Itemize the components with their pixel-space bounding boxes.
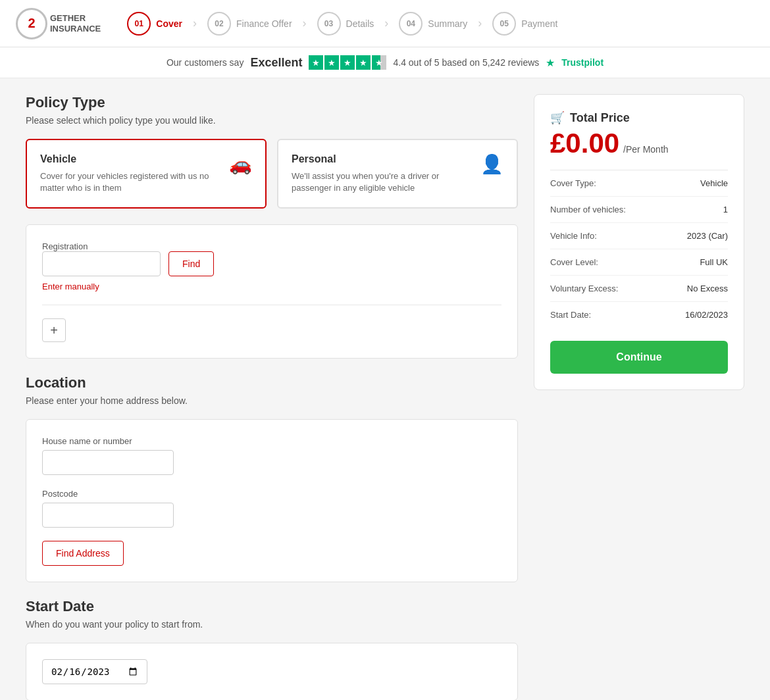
- summary-row-cover-level: Cover Level: Full UK: [550, 249, 728, 276]
- step-1[interactable]: 01 Cover: [127, 12, 182, 36]
- policy-card-vehicle-content: Vehicle Cover for your vehicles register…: [40, 153, 221, 194]
- postcode-field-group: Postcode: [42, 488, 501, 528]
- policy-card-personal-desc: We'll assist you when you're a driver or…: [292, 170, 473, 194]
- summary-value-start-date: 16/02/2023: [685, 310, 728, 320]
- trustpilot-prefix: Our customers say: [167, 57, 244, 68]
- logo: 2 GETHER INSURANCE: [16, 8, 101, 39]
- location-form: House name or number Postcode Find Addre…: [26, 419, 518, 582]
- step-4-label: Summary: [428, 18, 467, 29]
- registration-input[interactable]: [42, 251, 161, 276]
- registration-label: Registration: [42, 241, 88, 251]
- summary-label-start-date: Start Date:: [550, 310, 591, 320]
- tp-star-1: ★: [309, 55, 323, 70]
- logo-circle: 2: [16, 8, 47, 39]
- step-5-bubble: 05: [492, 12, 516, 36]
- header: 2 GETHER INSURANCE 01 Cover › 02 Finance…: [0, 0, 770, 47]
- person-icon: 👤: [480, 153, 503, 175]
- find-vehicle-button[interactable]: Find: [168, 251, 214, 276]
- start-date-input[interactable]: [42, 659, 147, 684]
- policy-card-vehicle-title: Vehicle: [40, 153, 221, 165]
- location-subtitle: Please enter your home address below.: [26, 395, 518, 406]
- main-layout: Policy Type Please select which policy t…: [10, 94, 760, 700]
- add-vehicle-button[interactable]: +: [42, 318, 66, 342]
- step-2-label: Finance Offer: [236, 18, 292, 29]
- trustpilot-logo: Trustpilot: [561, 57, 603, 68]
- trustpilot-score: 4.4 out of 5 based on 5,242 reviews: [393, 57, 539, 68]
- vehicle-form-divider: [42, 305, 501, 305]
- policy-card-vehicle-desc: Cover for your vehicles registered with …: [40, 170, 221, 194]
- summary-sidebar: 🛒 Total Price £0.00 /Per Month Cover Typ…: [534, 94, 744, 700]
- step-4[interactable]: 04 Summary: [399, 12, 467, 36]
- policy-type-section: Policy Type Please select which policy t…: [26, 94, 518, 209]
- step-3-bubble: 03: [317, 12, 341, 36]
- summary-row-cover-type: Cover Type: Vehicle: [550, 170, 728, 197]
- trustpilot-logo-star: ★: [546, 57, 555, 69]
- step-3[interactable]: 03 Details: [317, 12, 374, 36]
- step-arrow-2: ›: [303, 16, 307, 30]
- tp-star-3: ★: [340, 55, 355, 70]
- summary-price: £0.00: [550, 128, 619, 159]
- summary-value-num-vehicles: 1: [723, 205, 728, 214]
- start-date-subtitle: When do you want your policy to start fr…: [26, 619, 518, 630]
- find-address-button[interactable]: Find Address: [42, 541, 124, 566]
- summary-price-period: /Per Month: [623, 144, 668, 155]
- logo-text: GETHER INSURANCE: [50, 13, 101, 34]
- location-section: Location Please enter your home address …: [26, 374, 518, 582]
- start-date-title: Start Date: [26, 598, 518, 615]
- summary-row-num-vehicles: Number of vehicles: 1: [550, 197, 728, 223]
- step-1-label: Cover: [156, 18, 182, 29]
- house-field-group: House name or number: [42, 436, 501, 475]
- house-label: House name or number: [42, 436, 132, 446]
- summary-price-row: £0.00 /Per Month: [550, 128, 728, 159]
- summary-value-voluntary-excess: No Excess: [687, 284, 728, 293]
- tp-star-5: ★: [372, 55, 386, 70]
- tp-star-2: ★: [324, 55, 339, 70]
- steps-nav: 01 Cover › 02 Finance Offer › 03 Details…: [127, 12, 754, 36]
- summary-row-vehicle-info: Vehicle Info: 2023 (Car): [550, 223, 728, 249]
- step-1-bubble: 01: [127, 12, 151, 36]
- summary-card: 🛒 Total Price £0.00 /Per Month Cover Typ…: [534, 94, 744, 390]
- vehicle-icon: 🚗: [229, 153, 252, 175]
- start-date-form: [26, 643, 518, 700]
- summary-label-cover-type: Cover Type:: [550, 178, 596, 188]
- location-title: Location: [26, 374, 518, 391]
- continue-button[interactable]: Continue: [550, 341, 728, 374]
- trustpilot-rating: Excellent: [250, 56, 302, 70]
- policy-cards: Vehicle Cover for your vehicles register…: [26, 139, 518, 209]
- policy-card-personal-title: Personal: [292, 153, 473, 165]
- summary-value-cover-type: Vehicle: [700, 178, 728, 188]
- registration-field-group: Registration Find Enter manually: [42, 241, 501, 291]
- step-5-label: Payment: [521, 18, 557, 29]
- policy-card-personal[interactable]: Personal We'll assist you when you're a …: [277, 139, 518, 209]
- step-arrow-3: ›: [384, 16, 388, 30]
- summary-title-text: Total Price: [570, 111, 630, 125]
- registration-field-row: Find: [42, 251, 501, 276]
- summary-value-cover-level: Full UK: [700, 257, 728, 267]
- summary-row-voluntary-excess: Voluntary Excess: No Excess: [550, 276, 728, 302]
- policy-type-subtitle: Please select which policy type you woul…: [26, 115, 518, 126]
- step-3-label: Details: [346, 18, 374, 29]
- summary-value-vehicle-info: 2023 (Car): [687, 231, 728, 241]
- summary-label-voluntary-excess: Voluntary Excess:: [550, 284, 618, 293]
- postcode-input[interactable]: [42, 503, 174, 528]
- start-date-section: Start Date When do you want your policy …: [26, 598, 518, 700]
- summary-row-start-date: Start Date: 16/02/2023: [550, 302, 728, 328]
- step-arrow-4: ›: [478, 16, 482, 30]
- step-5[interactable]: 05 Payment: [492, 12, 557, 36]
- trustpilot-bar: Our customers say Excellent ★ ★ ★ ★ ★ 4.…: [0, 47, 770, 78]
- policy-type-title: Policy Type: [26, 94, 518, 111]
- step-arrow-1: ›: [193, 16, 197, 30]
- enter-manually-link[interactable]: Enter manually: [42, 282, 99, 291]
- postcode-label: Postcode: [42, 489, 78, 499]
- step-4-bubble: 04: [399, 12, 423, 36]
- summary-title: 🛒 Total Price: [550, 111, 728, 125]
- house-input[interactable]: [42, 450, 174, 475]
- summary-cart-icon: 🛒: [550, 111, 565, 125]
- policy-card-vehicle[interactable]: Vehicle Cover for your vehicles register…: [26, 139, 267, 209]
- logo-number: 2: [28, 16, 35, 31]
- step-2-bubble: 02: [207, 12, 231, 36]
- trustpilot-stars: ★ ★ ★ ★ ★: [309, 55, 386, 70]
- content-area: Policy Type Please select which policy t…: [26, 94, 518, 700]
- tp-star-4: ★: [356, 55, 371, 70]
- step-2[interactable]: 02 Finance Offer: [207, 12, 292, 36]
